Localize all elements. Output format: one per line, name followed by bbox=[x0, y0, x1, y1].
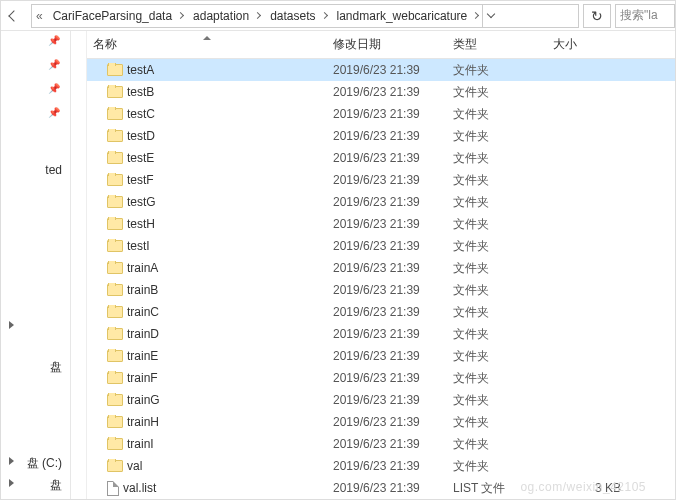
caret-right-icon[interactable] bbox=[9, 321, 14, 329]
chevron-right-icon bbox=[254, 12, 261, 19]
list-item[interactable]: trainB2019/6/23 21:39文件夹 bbox=[87, 279, 675, 301]
folder-icon bbox=[107, 240, 123, 252]
file-name: testB bbox=[127, 85, 154, 99]
pin-icon[interactable]: 📌 bbox=[48, 59, 60, 70]
file-name: trainF bbox=[127, 371, 158, 385]
list-item[interactable]: trainC2019/6/23 21:39文件夹 bbox=[87, 301, 675, 323]
nav-sidebar: 📌 📌 📌 📌 ted 盘 盘 (C:) 盘 bbox=[1, 31, 71, 499]
list-item[interactable]: trainD2019/6/23 21:39文件夹 bbox=[87, 323, 675, 345]
folder-icon bbox=[107, 196, 123, 208]
list-item[interactable]: testG2019/6/23 21:39文件夹 bbox=[87, 191, 675, 213]
list-item[interactable]: testH2019/6/23 21:39文件夹 bbox=[87, 213, 675, 235]
address-bar: « CariFaceParsing_dataadaptationdatasets… bbox=[1, 1, 675, 31]
file-list: testA2019/6/23 21:39文件夹testB2019/6/23 21… bbox=[87, 59, 675, 499]
column-type[interactable]: 类型 bbox=[447, 31, 547, 58]
file-type: 文件夹 bbox=[447, 458, 547, 475]
list-item[interactable]: testI2019/6/23 21:39文件夹 bbox=[87, 235, 675, 257]
column-name[interactable]: 名称 bbox=[87, 31, 327, 58]
column-date[interactable]: 修改日期 bbox=[327, 31, 447, 58]
file-type: 文件夹 bbox=[447, 172, 547, 189]
folder-icon bbox=[107, 218, 123, 230]
list-item[interactable]: testF2019/6/23 21:39文件夹 bbox=[87, 169, 675, 191]
file-type: 文件夹 bbox=[447, 414, 547, 431]
breadcrumb-overflow-icon[interactable]: « bbox=[32, 9, 47, 23]
sidebar-item[interactable]: 盘 bbox=[1, 359, 62, 376]
file-type: 文件夹 bbox=[447, 348, 547, 365]
column-headers: 名称 修改日期 类型 大小 bbox=[87, 31, 675, 59]
file-type: LIST 文件 bbox=[447, 480, 547, 497]
file-name: testE bbox=[127, 151, 154, 165]
list-item[interactable]: trainH2019/6/23 21:39文件夹 bbox=[87, 411, 675, 433]
sidebar-item[interactable]: ted bbox=[1, 163, 62, 177]
file-type: 文件夹 bbox=[447, 392, 547, 409]
file-date: 2019/6/23 21:39 bbox=[327, 129, 447, 143]
file-name: trainD bbox=[127, 327, 159, 341]
tree-gutter bbox=[71, 31, 87, 499]
list-item[interactable]: testD2019/6/23 21:39文件夹 bbox=[87, 125, 675, 147]
list-item[interactable]: testE2019/6/23 21:39文件夹 bbox=[87, 147, 675, 169]
file-date: 2019/6/23 21:39 bbox=[327, 481, 447, 495]
list-item[interactable]: testC2019/6/23 21:39文件夹 bbox=[87, 103, 675, 125]
list-item[interactable]: testA2019/6/23 21:39文件夹 bbox=[87, 59, 675, 81]
file-date: 2019/6/23 21:39 bbox=[327, 415, 447, 429]
file-date: 2019/6/23 21:39 bbox=[327, 151, 447, 165]
refresh-button[interactable]: ↻ bbox=[583, 4, 611, 28]
folder-icon bbox=[107, 372, 123, 384]
file-name: trainE bbox=[127, 349, 158, 363]
folder-icon bbox=[107, 328, 123, 340]
file-type: 文件夹 bbox=[447, 62, 547, 79]
folder-icon bbox=[107, 350, 123, 362]
breadcrumb-item[interactable]: landmark_webcaricature bbox=[331, 5, 483, 27]
breadcrumb[interactable]: « CariFaceParsing_dataadaptationdatasets… bbox=[31, 4, 579, 28]
file-name: testF bbox=[127, 173, 154, 187]
pin-icon[interactable]: 📌 bbox=[48, 107, 60, 118]
file-name: testD bbox=[127, 129, 155, 143]
file-date: 2019/6/23 21:39 bbox=[327, 349, 447, 363]
file-type: 文件夹 bbox=[447, 150, 547, 167]
breadcrumb-dropdown-button[interactable] bbox=[482, 5, 498, 27]
folder-icon bbox=[107, 438, 123, 450]
chevron-right-icon bbox=[320, 12, 327, 19]
list-item[interactable]: testB2019/6/23 21:39文件夹 bbox=[87, 81, 675, 103]
file-name: testI bbox=[127, 239, 150, 253]
list-item[interactable]: val2019/6/23 21:39文件夹 bbox=[87, 455, 675, 477]
nav-back-button[interactable] bbox=[1, 1, 27, 30]
list-item[interactable]: trainG2019/6/23 21:39文件夹 bbox=[87, 389, 675, 411]
sidebar-item[interactable]: 盘 (C:) bbox=[1, 455, 62, 472]
list-item[interactable]: trainE2019/6/23 21:39文件夹 bbox=[87, 345, 675, 367]
refresh-icon: ↻ bbox=[591, 8, 603, 24]
file-name: val.list bbox=[123, 481, 156, 495]
pin-icon[interactable]: 📌 bbox=[48, 35, 60, 46]
file-type: 文件夹 bbox=[447, 106, 547, 123]
chevron-right-icon bbox=[177, 12, 184, 19]
chevron-left-icon bbox=[8, 10, 19, 21]
chevron-down-icon bbox=[487, 10, 495, 18]
list-item[interactable]: val.list2019/6/23 21:39LIST 文件3 KB bbox=[87, 477, 675, 499]
file-type: 文件夹 bbox=[447, 370, 547, 387]
file-name: trainB bbox=[127, 283, 158, 297]
list-item[interactable]: trainF2019/6/23 21:39文件夹 bbox=[87, 367, 675, 389]
file-type: 文件夹 bbox=[447, 128, 547, 145]
file-name: trainH bbox=[127, 415, 159, 429]
file-date: 2019/6/23 21:39 bbox=[327, 327, 447, 341]
breadcrumb-item[interactable]: CariFaceParsing_data bbox=[47, 5, 187, 27]
file-date: 2019/6/23 21:39 bbox=[327, 85, 447, 99]
folder-icon bbox=[107, 108, 123, 120]
search-input[interactable]: 搜索"la bbox=[615, 4, 675, 28]
file-name: testG bbox=[127, 195, 156, 209]
file-type: 文件夹 bbox=[447, 194, 547, 211]
breadcrumb-item[interactable]: adaptation bbox=[187, 5, 264, 27]
file-name: trainI bbox=[127, 437, 154, 451]
list-item[interactable]: trainI2019/6/23 21:39文件夹 bbox=[87, 433, 675, 455]
folder-icon bbox=[107, 130, 123, 142]
file-type: 文件夹 bbox=[447, 84, 547, 101]
list-item[interactable]: trainA2019/6/23 21:39文件夹 bbox=[87, 257, 675, 279]
column-size[interactable]: 大小 bbox=[547, 31, 627, 58]
breadcrumb-item[interactable]: datasets bbox=[264, 5, 330, 27]
sidebar-item[interactable]: 盘 bbox=[1, 477, 62, 494]
pin-icon[interactable]: 📌 bbox=[48, 83, 60, 94]
file-date: 2019/6/23 21:39 bbox=[327, 371, 447, 385]
sort-asc-icon bbox=[203, 32, 211, 40]
folder-icon bbox=[107, 460, 123, 472]
file-date: 2019/6/23 21:39 bbox=[327, 261, 447, 275]
